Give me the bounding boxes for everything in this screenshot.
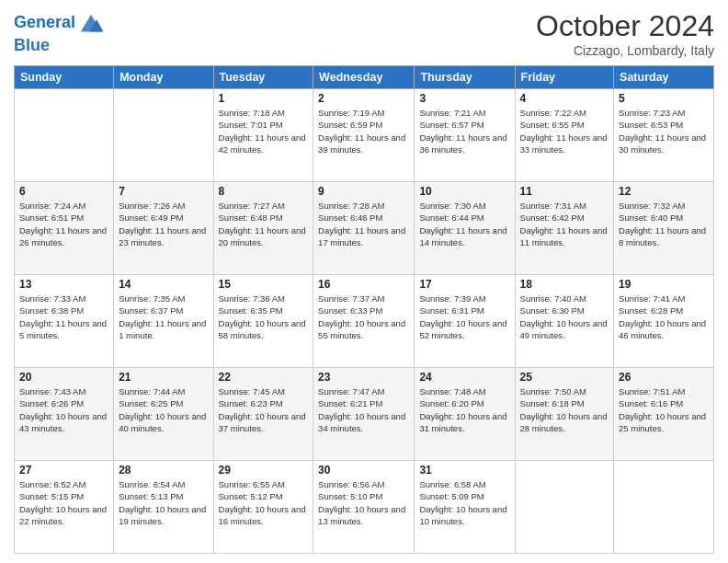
cell-info: Sunrise: 7:30 AMSunset: 6:44 PMDaylight:…	[419, 200, 509, 248]
col-tuesday: Tuesday	[213, 66, 313, 89]
cell-info: Sunrise: 7:22 AMSunset: 6:55 PMDaylight:…	[520, 107, 609, 155]
cell-info: Sunrise: 7:45 AMSunset: 6:23 PMDaylight:…	[219, 385, 309, 434]
col-saturday: Saturday	[614, 66, 714, 89]
cell-info: Sunrise: 7:18 AMSunset: 7:01 PMDaylight:…	[219, 107, 309, 155]
day-number: 24	[419, 371, 509, 384]
calendar-week-3: 13Sunrise: 7:33 AMSunset: 6:38 PMDayligh…	[15, 275, 714, 368]
cell-info: Sunrise: 7:35 AMSunset: 6:37 PMDaylight:…	[119, 293, 208, 341]
calendar-cell: 10Sunrise: 7:30 AMSunset: 6:44 PMDayligh…	[415, 182, 515, 275]
day-number: 21	[119, 371, 208, 384]
day-number: 31	[419, 464, 509, 477]
logo-text: General	[14, 14, 75, 32]
cell-info: Sunrise: 7:51 AMSunset: 6:16 PMDaylight:…	[619, 385, 709, 434]
calendar-week-2: 6Sunrise: 7:24 AMSunset: 6:51 PMDaylight…	[15, 182, 714, 275]
calendar-cell: 7Sunrise: 7:26 AMSunset: 6:49 PMDaylight…	[114, 182, 213, 275]
day-number: 29	[219, 464, 309, 477]
calendar-cell: 24Sunrise: 7:48 AMSunset: 6:20 PMDayligh…	[415, 368, 515, 461]
cell-info: Sunrise: 7:33 AMSunset: 6:38 PMDaylight:…	[19, 293, 108, 341]
cell-info: Sunrise: 7:41 AMSunset: 6:28 PMDaylight:…	[619, 293, 709, 341]
calendar-cell: 9Sunrise: 7:28 AMSunset: 6:46 PMDaylight…	[313, 182, 415, 275]
cell-info: Sunrise: 7:36 AMSunset: 6:35 PMDaylight:…	[219, 293, 309, 341]
calendar-cell: 11Sunrise: 7:31 AMSunset: 6:42 PMDayligh…	[515, 182, 614, 275]
cell-info: Sunrise: 7:50 AMSunset: 6:18 PMDaylight:…	[520, 385, 609, 434]
header-row: Sunday Monday Tuesday Wednesday Thursday…	[15, 66, 714, 89]
day-number: 2	[318, 92, 409, 105]
cell-info: Sunrise: 6:56 AMSunset: 5:10 PMDaylight:…	[318, 478, 409, 527]
col-wednesday: Wednesday	[313, 66, 415, 89]
calendar-cell: 31Sunrise: 6:58 AMSunset: 5:09 PMDayligh…	[415, 461, 515, 554]
title-block: October 2024 Cizzago, Lombardy, Italy	[536, 9, 714, 58]
calendar-week-5: 27Sunrise: 6:52 AMSunset: 5:15 PMDayligh…	[15, 461, 714, 554]
cell-info: Sunrise: 7:47 AMSunset: 6:21 PMDaylight:…	[318, 385, 409, 434]
day-number: 1	[219, 92, 309, 105]
calendar-week-1: 1Sunrise: 7:18 AMSunset: 7:01 PMDaylight…	[15, 89, 714, 182]
day-number: 3	[419, 92, 509, 105]
calendar-cell	[614, 461, 714, 554]
day-number: 28	[119, 464, 208, 477]
day-number: 15	[219, 278, 309, 291]
cell-info: Sunrise: 6:58 AMSunset: 5:09 PMDaylight:…	[419, 478, 509, 527]
day-number: 22	[219, 371, 309, 384]
cell-info: Sunrise: 7:19 AMSunset: 6:59 PMDaylight:…	[318, 107, 409, 155]
calendar-cell: 15Sunrise: 7:36 AMSunset: 6:35 PMDayligh…	[213, 275, 313, 368]
day-number: 16	[318, 278, 409, 291]
calendar-cell: 4Sunrise: 7:22 AMSunset: 6:55 PMDaylight…	[515, 89, 614, 182]
calendar-body: 1Sunrise: 7:18 AMSunset: 7:01 PMDaylight…	[15, 89, 714, 554]
day-number: 26	[619, 371, 709, 384]
calendar-cell: 5Sunrise: 7:23 AMSunset: 6:53 PMDaylight…	[614, 89, 714, 182]
day-number: 11	[520, 185, 609, 198]
cell-info: Sunrise: 6:55 AMSunset: 5:12 PMDaylight:…	[219, 478, 309, 527]
day-number: 6	[19, 185, 108, 198]
calendar-cell: 22Sunrise: 7:45 AMSunset: 6:23 PMDayligh…	[213, 368, 313, 461]
cell-info: Sunrise: 7:21 AMSunset: 6:57 PMDaylight:…	[419, 107, 509, 155]
cell-info: Sunrise: 7:48 AMSunset: 6:20 PMDaylight:…	[419, 385, 509, 434]
calendar-cell: 8Sunrise: 7:27 AMSunset: 6:48 PMDaylight…	[213, 182, 313, 275]
day-number: 5	[619, 92, 709, 105]
calendar-cell: 1Sunrise: 7:18 AMSunset: 7:01 PMDaylight…	[213, 89, 313, 182]
page: General Blue October 2024 Cizzago, Lomba…	[0, 0, 728, 563]
cell-info: Sunrise: 7:24 AMSunset: 6:51 PMDaylight:…	[19, 200, 108, 248]
calendar-cell	[114, 89, 213, 182]
calendar-cell: 17Sunrise: 7:39 AMSunset: 6:31 PMDayligh…	[415, 275, 515, 368]
calendar-cell: 23Sunrise: 7:47 AMSunset: 6:21 PMDayligh…	[313, 368, 415, 461]
main-title: October 2024	[536, 9, 714, 43]
calendar-cell: 27Sunrise: 6:52 AMSunset: 5:15 PMDayligh…	[15, 461, 114, 554]
day-number: 20	[19, 371, 108, 384]
day-number: 30	[318, 464, 409, 477]
logo-icon	[77, 9, 105, 37]
logo-blue: Blue	[14, 37, 105, 55]
calendar-cell: 29Sunrise: 6:55 AMSunset: 5:12 PMDayligh…	[213, 461, 313, 554]
day-number: 7	[119, 185, 208, 198]
cell-info: Sunrise: 7:43 AMSunset: 6:26 PMDaylight:…	[19, 385, 108, 434]
cell-info: Sunrise: 7:27 AMSunset: 6:48 PMDaylight:…	[219, 200, 309, 248]
day-number: 19	[619, 278, 709, 291]
cell-info: Sunrise: 7:44 AMSunset: 6:25 PMDaylight:…	[119, 385, 208, 434]
col-monday: Monday	[114, 66, 213, 89]
day-number: 8	[219, 185, 309, 198]
calendar-cell: 28Sunrise: 6:54 AMSunset: 5:13 PMDayligh…	[114, 461, 213, 554]
calendar-cell	[15, 89, 114, 182]
day-number: 12	[619, 185, 709, 198]
calendar-week-4: 20Sunrise: 7:43 AMSunset: 6:26 PMDayligh…	[15, 368, 714, 461]
calendar-cell: 14Sunrise: 7:35 AMSunset: 6:37 PMDayligh…	[114, 275, 213, 368]
day-number: 27	[19, 464, 108, 477]
calendar-cell: 26Sunrise: 7:51 AMSunset: 6:16 PMDayligh…	[614, 368, 714, 461]
calendar-cell: 18Sunrise: 7:40 AMSunset: 6:30 PMDayligh…	[515, 275, 614, 368]
calendar-cell: 25Sunrise: 7:50 AMSunset: 6:18 PMDayligh…	[515, 368, 614, 461]
day-number: 9	[318, 185, 409, 198]
cell-info: Sunrise: 7:26 AMSunset: 6:49 PMDaylight:…	[119, 200, 208, 248]
calendar-cell: 12Sunrise: 7:32 AMSunset: 6:40 PMDayligh…	[614, 182, 714, 275]
col-sunday: Sunday	[15, 66, 114, 89]
day-number: 13	[19, 278, 108, 291]
cell-info: Sunrise: 7:28 AMSunset: 6:46 PMDaylight:…	[318, 200, 409, 248]
cell-info: Sunrise: 7:23 AMSunset: 6:53 PMDaylight:…	[619, 107, 709, 155]
day-number: 17	[419, 278, 509, 291]
calendar-table: Sunday Monday Tuesday Wednesday Thursday…	[14, 65, 714, 554]
day-number: 10	[419, 185, 509, 198]
header: General Blue October 2024 Cizzago, Lomba…	[14, 9, 714, 58]
day-number: 23	[318, 371, 409, 384]
cell-info: Sunrise: 7:31 AMSunset: 6:42 PMDaylight:…	[520, 200, 609, 248]
cell-info: Sunrise: 6:52 AMSunset: 5:15 PMDaylight:…	[19, 478, 108, 527]
calendar-cell: 6Sunrise: 7:24 AMSunset: 6:51 PMDaylight…	[15, 182, 114, 275]
subtitle: Cizzago, Lombardy, Italy	[536, 43, 714, 58]
